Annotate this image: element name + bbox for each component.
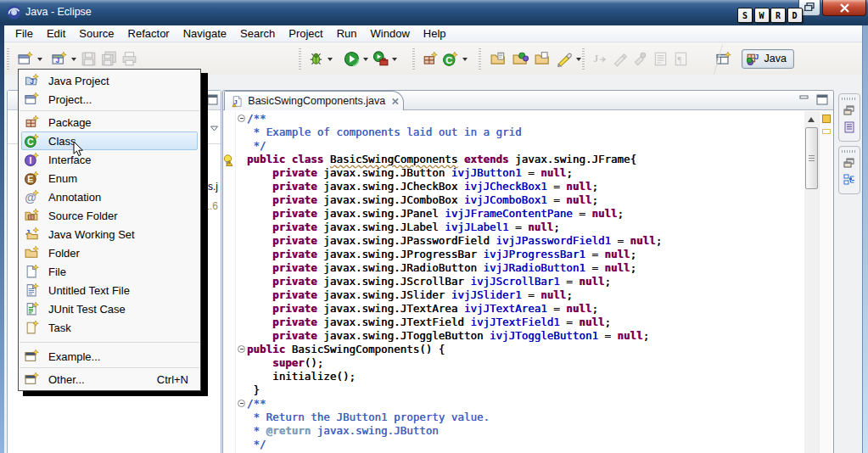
menu-item-interface[interactable]: IInterface [19,150,200,169]
maximize-view-icon[interactable] [816,94,828,105]
menubar-item-run[interactable]: Run [330,25,364,42]
project-icon [25,92,40,107]
close-tab-icon[interactable] [391,97,400,106]
perspective-bar: J Java [714,48,794,70]
menu-item-task[interactable]: Task [19,318,200,337]
toolbar-handle[interactable] [299,48,301,70]
window-border-left [0,25,4,453]
toolbar-handle[interactable] [412,48,415,70]
print-icon [121,51,137,67]
save-all-icon [101,51,117,67]
open-resource-button[interactable] [532,48,552,70]
toolbar-group-newjava: C [420,48,469,70]
fold-ruler[interactable] [235,111,247,453]
menu-item-label: Interface [48,154,199,166]
vertical-scrollbar[interactable] [804,111,819,453]
menu-item-java-project[interactable]: JJava Project [19,71,200,90]
warning-marker[interactable] [822,129,831,134]
menu-item-class[interactable]: CClass [19,131,200,150]
debug-dropdown-arrow[interactable] [326,48,334,70]
menubar-item-help[interactable]: Help [417,25,453,42]
save-all-button [98,48,119,70]
menubar-item-refactor[interactable]: Refactor [121,25,176,42]
new-class-dropdown-arrow[interactable] [461,48,469,70]
open-task-button[interactable] [488,48,508,70]
menu-item-label: Annotation [48,191,199,204]
new-wizard-dropdown-arrow[interactable] [36,48,44,70]
menubar-item-navigate[interactable]: Navigate [176,25,233,42]
menu-item-label: Enum [48,172,199,185]
menubar-item-project[interactable]: Project [282,25,329,42]
maximize-view-icon[interactable] [207,94,218,105]
run-button[interactable] [341,48,361,70]
overlay-key-d: D [787,8,803,23]
toolbar-handle[interactable] [7,48,9,70]
scrollbar-thumb[interactable] [805,127,818,189]
warning-marker[interactable] [822,115,831,123]
menu-item-java-working-set[interactable]: JJava Working Set [19,225,200,243]
outline-view-icon[interactable] [843,120,856,134]
new-java-project-dropdown-arrow[interactable] [70,48,78,70]
fold-collapse-icon[interactable] [238,115,245,122]
fold-collapse-icon[interactable] [238,345,245,353]
menu-item-junit-test-case[interactable]: JUnit Test Case [19,299,200,318]
new-wizard-button[interactable] [15,48,36,70]
editor-tab[interactable]: J BasicSwingComponents.java [224,91,404,110]
edit-pencil-button [609,48,630,70]
scroll-up-icon[interactable] [808,117,815,122]
menubar-item-edit[interactable]: Edit [40,25,72,42]
java-perspective-button[interactable]: J Java [742,49,794,69]
menubar-item-source[interactable]: Source [72,25,120,42]
menu-item-file[interactable]: File [19,262,200,281]
menu-item-project[interactable]: Project... [19,90,200,109]
quickfix-warning-icon[interactable] [223,154,235,166]
new-java-project-button[interactable]: J [49,48,70,70]
menubar-item-file[interactable]: File [8,25,40,42]
fold-collapse-icon[interactable] [238,400,245,407]
overview-ruler[interactable] [819,111,833,453]
restore-view-icon[interactable] [843,103,856,117]
minimized-view-stack [838,146,860,194]
code-area[interactable]: /** * Example of components laid out in … [247,112,786,453]
run-external-button[interactable] [370,48,390,70]
open-type-icon [512,51,529,67]
drag-handle[interactable] [842,98,857,100]
open-type-button[interactable] [510,48,530,70]
debug-button[interactable] [305,48,326,70]
menubar-item-window[interactable]: Window [364,25,417,42]
java-perspective-label: Java [764,53,787,64]
run-external-dropdown-arrow[interactable] [390,48,399,70]
new-class-button[interactable]: C [440,48,461,70]
edit-pencil-icon [612,51,628,67]
menu-item-untitled-text-file[interactable]: Untitled Text File [19,281,200,299]
menu-item-example[interactable]: Example... [19,347,200,366]
menu-item-label: Class [48,135,199,148]
new-class-icon: C [443,51,459,67]
menu-item-source-folder[interactable]: Source Folder [19,206,200,225]
run-dropdown-arrow[interactable] [361,48,370,70]
open-task-icon [490,51,507,67]
menu-item-enum[interactable]: EEnum [19,169,200,187]
menu-item-other[interactable]: Other...Ctrl+N [19,370,200,389]
open-resource-icon [535,51,551,67]
title-bar[interactable]: Java - Eclipse SWRD [0,0,868,25]
code-line: private javax.swing.JPanel ivjJFrameCont… [247,207,786,221]
toolbar-handle[interactable] [582,48,585,70]
show-source-icon [652,51,669,67]
annotation-ruler[interactable] [223,111,235,453]
menu-item-annotation[interactable]: @Annotation [19,187,200,206]
marker-button[interactable] [554,48,574,70]
new-package-button[interactable] [420,48,440,70]
code-line: * @return javax.swing.JButton [247,424,786,438]
other-icon [25,372,40,387]
toolbar-handle[interactable] [479,48,481,70]
minimize-view-icon[interactable] [799,94,811,105]
menubar-item-search[interactable]: Search [233,25,282,42]
menu-item-package[interactable]: Package [19,113,200,131]
view-menu-icon[interactable] [210,126,218,131]
restore-view-icon[interactable] [843,156,856,170]
close-button[interactable] [822,0,866,16]
drag-handle[interactable] [842,150,857,153]
menu-item-folder[interactable]: Folder [19,243,200,262]
structure-view-icon[interactable] [843,173,856,187]
